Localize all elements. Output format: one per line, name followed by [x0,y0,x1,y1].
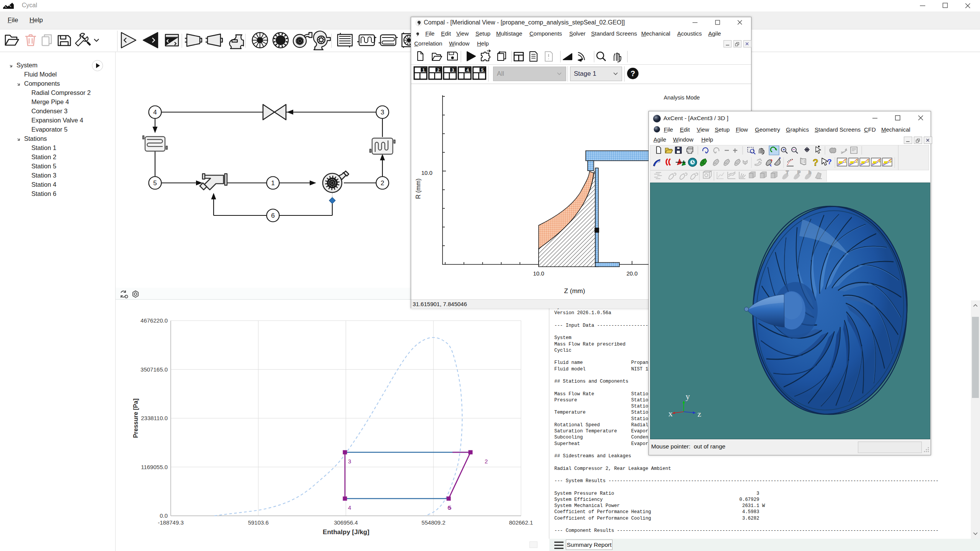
svg-text:R (mm): R (mm) [415,178,421,199]
svg-text:z: z [697,409,701,419]
svg-text:4: 4 [466,68,469,72]
svg-text:4: 4 [348,504,351,511]
svg-text:2338110.0: 2338110.0 [141,415,168,421]
svg-text:3507165.0: 3507165.0 [140,366,168,373]
svg-text:2: 2 [485,458,488,465]
svg-text:10.0: 10.0 [533,270,544,277]
svg-text:Pressure [Pa]: Pressure [Pa] [132,398,139,438]
svg-text:y: y [686,391,690,401]
svg-text:1169055.0: 1169055.0 [141,464,168,470]
svg-text:3: 3 [348,458,351,465]
svg-text:P: P [797,170,800,175]
svg-text:Enthalpy [J/kg]: Enthalpy [J/kg] [323,528,369,536]
svg-text:-188749.3: -188749.3 [158,519,184,526]
svg-text:5: 5 [153,179,157,187]
svg-text:1: 1 [844,159,846,163]
svg-text:?: ? [827,158,832,166]
svg-text:802662.1: 802662.1 [509,519,533,526]
svg-text:4676220.0: 4676220.0 [140,317,168,324]
svg-text:5: 5 [889,159,892,163]
svg-text:?: ? [813,157,818,168]
svg-text:59103.6: 59103.6 [248,519,269,526]
svg-text:0.0: 0.0 [160,512,168,519]
svg-text:3: 3 [452,68,454,72]
svg-text:10.0: 10.0 [421,170,432,176]
svg-text:h: h [808,170,811,175]
svg-text:4: 4 [153,109,157,116]
svg-text:20.0: 20.0 [626,270,637,277]
svg-text:Z (mm): Z (mm) [564,287,585,295]
svg-text:3: 3 [867,159,869,163]
svg-text:4: 4 [878,159,881,163]
svg-text:554809.2: 554809.2 [421,519,446,526]
svg-text:306956.4: 306956.4 [334,519,358,526]
svg-text:x: x [668,409,673,418]
svg-text:6: 6 [271,212,274,219]
svg-text:1: 1 [271,179,274,187]
svg-text:3: 3 [381,109,384,116]
svg-text:Analysis Mode: Analysis Mode [664,95,700,101]
svg-text:2: 2 [381,179,384,187]
svg-text:5: 5 [481,68,484,72]
svg-text:2: 2 [856,159,858,163]
svg-text:2: 2 [437,68,439,72]
svg-text:T: T [786,170,789,175]
svg-text:1: 1 [422,68,425,72]
svg-text:5: 5 [448,504,451,511]
